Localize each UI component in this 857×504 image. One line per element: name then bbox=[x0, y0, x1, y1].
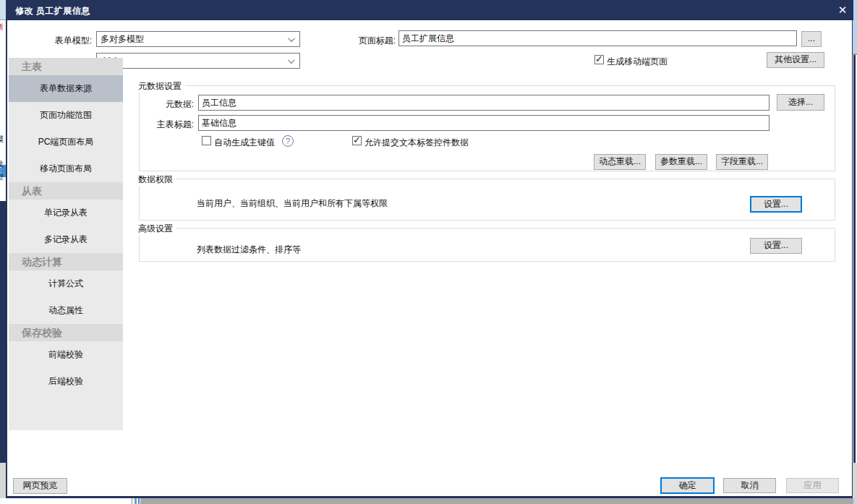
data-permission-settings-button[interactable]: 设置... bbox=[750, 196, 802, 213]
taskbar-sliver bbox=[131, 498, 133, 504]
background-panel bbox=[0, 201, 6, 483]
advanced-settings-description: 列表数据过滤条件、排序等 bbox=[197, 244, 301, 256]
chevron-down-icon bbox=[288, 35, 295, 42]
page-title-input[interactable] bbox=[398, 30, 797, 46]
metadata-label: 元数据: bbox=[152, 98, 194, 111]
mobile-page-checkbox-label: 生成移动端页面 bbox=[607, 56, 668, 68]
page-title-label: 页面标题: bbox=[347, 35, 396, 47]
sidebar-item-backend-validation[interactable]: 后端校验 bbox=[9, 368, 123, 395]
sidebar-item-calc-formula[interactable]: 计算公式 bbox=[9, 270, 123, 297]
sidebar-section-sub-table: 从表 bbox=[9, 182, 123, 200]
sidebar-item-form-data-source[interactable]: 表单数据来源 bbox=[9, 75, 123, 102]
form-model-select[interactable]: 多对多模型 bbox=[96, 31, 300, 47]
background-text-fragment: 型 bbox=[0, 171, 4, 182]
background-window-left-edge: 新 模 工 航 型 bbox=[0, 20, 6, 504]
advanced-settings-button[interactable]: 设置... bbox=[750, 238, 802, 254]
help-icon[interactable]: ? bbox=[282, 135, 294, 147]
field-reload-button[interactable]: 字段重载... bbox=[716, 154, 768, 170]
background-window-right-edge bbox=[853, 55, 856, 463]
taskbar-strip bbox=[0, 498, 857, 504]
taskbar-bar bbox=[140, 498, 853, 504]
taskbar-sliver bbox=[138, 498, 140, 504]
sidebar-item-frontend-validation[interactable]: 前端校验 bbox=[9, 341, 123, 368]
auto-pk-checkbox[interactable] bbox=[202, 136, 211, 145]
auto-pk-checkbox-label: 自动生成主键值 bbox=[214, 137, 275, 149]
advanced-settings-group-title: 高级设置 bbox=[138, 223, 176, 235]
page-title-browse-button[interactable]: ... bbox=[801, 31, 822, 47]
data-permission-description: 当前用户、当前组织、当前用户和所有下属等权限 bbox=[197, 197, 388, 210]
sidebar-section-main-table: 主表 bbox=[9, 58, 123, 75]
background-text-fragment: 航 bbox=[0, 159, 4, 170]
dynamic-reload-button[interactable]: 动态重载... bbox=[594, 154, 646, 170]
allow-text-label-checkbox[interactable] bbox=[352, 136, 362, 145]
sidebar-item-dynamic-attrs[interactable]: 动态属性 bbox=[9, 297, 123, 324]
sidebar: 主表 表单数据来源 页面功能范围 PC端页面布局 移动页面布局 从表 单记录从表… bbox=[9, 58, 123, 430]
form-model-value: 多对多模型 bbox=[101, 34, 144, 44]
dialog-titlebar: 修改 员工扩展信息 ✕ bbox=[6, 0, 853, 20]
sidebar-section-dynamic-calc: 动态计算 bbox=[9, 253, 123, 270]
form-model-label: 表单模型: bbox=[29, 35, 92, 47]
screen: 新 模 工 航 型 修改 员工扩展信息 ✕ 表单模型: 多对多模型 页面标题: … bbox=[0, 0, 857, 504]
dialog-title: 修改 员工扩展信息 bbox=[15, 5, 90, 17]
background-window-corner bbox=[0, 0, 6, 20]
ok-button[interactable]: 确定 bbox=[660, 477, 715, 494]
mobile-page-checkbox[interactable] bbox=[594, 55, 604, 64]
data-permission-group-title: 数据权限 bbox=[138, 174, 176, 186]
sidebar-item-mobile-layout[interactable]: 移动页面布局 bbox=[9, 155, 123, 182]
allow-text-label-checkbox-label: 允许提交文本标签控件数据 bbox=[364, 137, 469, 149]
data-connection-select[interactable]: ddsl bbox=[96, 53, 300, 69]
background-text-fragment: 新 bbox=[0, 22, 4, 33]
sidebar-section-save-validation: 保存校验 bbox=[9, 324, 123, 341]
metadata-input[interactable] bbox=[198, 95, 769, 111]
metadata-select-button[interactable]: 选择... bbox=[777, 94, 824, 111]
taskbar-bar-end bbox=[853, 498, 857, 504]
taskbar-sliver bbox=[135, 498, 137, 504]
web-preview-button[interactable]: 网页预览 bbox=[13, 478, 67, 494]
close-icon[interactable]: ✕ bbox=[830, 0, 855, 20]
metadata-settings-group-title: 元数据设置 bbox=[138, 80, 185, 93]
apply-button: 应用 bbox=[786, 478, 839, 493]
sidebar-item-pc-layout[interactable]: PC端页面布局 bbox=[9, 129, 123, 155]
background-text-fragment: 模 bbox=[0, 134, 4, 145]
cancel-button[interactable]: 取消 bbox=[723, 478, 776, 493]
chevron-down-icon bbox=[288, 56, 295, 64]
param-reload-button[interactable]: 参数重载... bbox=[655, 154, 707, 170]
main-table-title-input[interactable] bbox=[198, 115, 769, 131]
other-settings-button[interactable]: 其他设置... bbox=[767, 52, 824, 68]
sidebar-item-page-function-scope[interactable]: 页面功能范围 bbox=[9, 102, 123, 129]
sidebar-item-single-record-subtable[interactable]: 单记录从表 bbox=[9, 200, 123, 226]
sidebar-item-multi-record-subtable[interactable]: 多记录从表 bbox=[9, 226, 123, 253]
main-table-title-label: 主表标题: bbox=[143, 119, 194, 131]
